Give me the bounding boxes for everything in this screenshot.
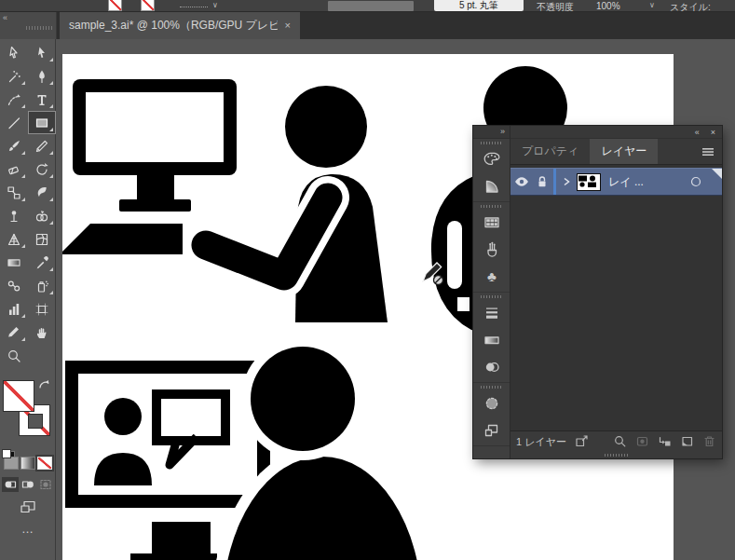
stroke-panel-button[interactable] [473, 299, 510, 326]
panel-menu-button[interactable] [701, 147, 722, 157]
collect-for-export-button[interactable] [575, 434, 589, 450]
lock-toggle[interactable] [533, 175, 551, 188]
zoom-tool[interactable] [0, 344, 28, 367]
chevron-down-icon[interactable]: ∨ [649, 1, 655, 9]
layer-row[interactable]: レイ ... [510, 168, 722, 196]
toolbar-grip-handle[interactable] [26, 26, 52, 30]
gradient-panel-button[interactable] [473, 326, 510, 353]
collapse-toolbar-icon[interactable]: « [3, 13, 7, 22]
transparency-panel-button[interactable] [473, 353, 510, 380]
delete-layer-button[interactable] [702, 434, 716, 450]
gradient-tool[interactable] [0, 251, 28, 274]
dock-grip-handle[interactable] [481, 386, 503, 389]
style-label[interactable]: スタイル: [670, 1, 711, 12]
type-tool[interactable] [28, 88, 56, 111]
eyedropper-tool[interactable] [28, 251, 56, 274]
dock-grip-handle[interactable] [481, 142, 503, 144]
tab-properties[interactable]: プロパティ [510, 139, 590, 164]
opacity-label[interactable]: 不透明度 [537, 1, 574, 12]
panel-resize-handle[interactable] [510, 453, 722, 458]
appearance-panel-button[interactable] [473, 389, 510, 417]
toolbar-dock-header[interactable]: « [0, 11, 57, 39]
brush-definition-dropdown[interactable]: 5 pt. 丸筆 [434, 0, 524, 11]
clipping-mask-icon [635, 434, 649, 448]
selection-tool[interactable] [0, 41, 28, 64]
dock-grip-handle[interactable] [481, 295, 503, 298]
blend-tool[interactable] [0, 274, 28, 297]
fill-swatch-none[interactable] [3, 380, 34, 412]
draw-inside-button[interactable] [37, 477, 54, 492]
screen-mode-button[interactable] [0, 499, 56, 514]
rotate-tool[interactable] [28, 157, 56, 181]
artboard-tool[interactable] [28, 297, 56, 321]
magic-wand-tool[interactable] [0, 64, 28, 88]
pen-tool[interactable] [28, 64, 56, 88]
symbol-sprayer-tool[interactable] [28, 274, 56, 297]
swatches-panel-button[interactable] [473, 209, 510, 236]
chevron-down-icon[interactable]: ∨ [212, 1, 218, 9]
variable-width-field[interactable] [328, 1, 414, 11]
make-mask-button[interactable] [635, 434, 649, 450]
visibility-toggle[interactable] [510, 176, 533, 187]
expand-panels-icon: » [500, 127, 505, 136]
expand-panels-button[interactable]: » [473, 126, 510, 139]
artboards-panel-button[interactable] [473, 417, 510, 444]
perspective-grid-tool[interactable] [0, 227, 28, 251]
hand-icon [34, 325, 49, 340]
scale-tool[interactable] [0, 181, 28, 204]
layer-thumbnail[interactable] [577, 173, 601, 191]
puppet-warp-tool[interactable] [0, 204, 28, 227]
rectangle-tool[interactable] [28, 111, 56, 134]
none-button[interactable] [37, 457, 52, 470]
new-sublayer-button[interactable] [658, 434, 672, 450]
pencil-disabled-cursor [421, 257, 447, 291]
lock-icon [537, 175, 548, 188]
dock-grip-handle[interactable] [481, 205, 503, 208]
pictogram-person-at-computer [60, 79, 388, 322]
transparency-circles-icon [483, 358, 501, 376]
eraser-tool[interactable] [0, 157, 28, 181]
close-panel-icon[interactable]: × [711, 128, 715, 137]
chevron-right-icon [562, 177, 571, 186]
opacity-value[interactable]: 100% [596, 1, 620, 11]
hand-tool[interactable] [28, 321, 56, 344]
fill-none-swatch[interactable] [108, 0, 122, 11]
slice-tool[interactable] [0, 321, 28, 344]
expand-layer-toggle[interactable] [560, 177, 573, 186]
direct-selection-tool[interactable] [28, 41, 56, 64]
color-button[interactable] [4, 457, 19, 470]
edit-toolbar-button[interactable]: … [0, 522, 56, 536]
paintbrush-tool[interactable] [0, 134, 28, 157]
line-segment-tool[interactable] [0, 111, 28, 134]
warp-tool[interactable] [28, 181, 56, 204]
stroke-swatch-hole [28, 414, 43, 429]
control-bar-link[interactable] [180, 7, 208, 7]
pencil-tool[interactable] [28, 134, 56, 157]
close-tab-icon[interactable]: × [278, 20, 291, 31]
mesh-tool[interactable] [28, 227, 56, 251]
layer-target-button[interactable] [690, 176, 701, 187]
curvature-tool[interactable] [0, 88, 28, 111]
document-tab-bar: « sample_3.ai* @ 100%（RGB/GPU プレビュー） × [0, 11, 735, 39]
draw-normal-button[interactable] [2, 477, 19, 492]
draw-behind-button[interactable] [20, 477, 36, 492]
tab-layers[interactable]: レイヤー [590, 139, 658, 164]
new-layer-button[interactable] [680, 434, 694, 450]
locate-object-button[interactable] [613, 434, 627, 450]
swap-fill-stroke-icon[interactable] [38, 377, 51, 394]
column-graph-tool[interactable] [0, 297, 28, 321]
color-palette-icon [483, 150, 501, 169]
gradient-button[interactable] [20, 457, 35, 470]
color-panel-button[interactable] [473, 145, 510, 172]
color-guide-panel-button[interactable] [473, 172, 510, 199]
document-tab[interactable]: sample_3.ai* @ 100%（RGB/GPU プレビュー） × [60, 11, 300, 39]
shape-builder-tool[interactable] [28, 204, 56, 227]
collapse-panel-icon[interactable]: « [695, 128, 700, 137]
layer-name[interactable]: レイ ... [608, 174, 644, 190]
brushes-panel-button[interactable] [473, 236, 510, 263]
layers-list[interactable]: レイ ... [510, 165, 722, 430]
symbols-panel-button[interactable]: ♣ [473, 263, 510, 290]
selection-corner-indicator [712, 169, 722, 179]
stroke-none-swatch[interactable] [141, 0, 155, 11]
eraser-icon [7, 162, 21, 177]
